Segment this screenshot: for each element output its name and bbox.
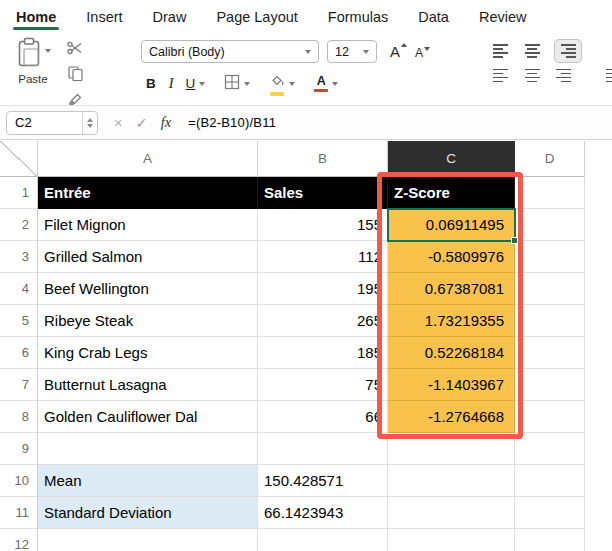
underline-button[interactable]: U bbox=[186, 76, 196, 91]
paste-button[interactable]: Paste bbox=[10, 37, 56, 85]
cell-C6[interactable]: 0.52268184 bbox=[388, 337, 515, 369]
insert-function-icon[interactable]: fx bbox=[161, 114, 171, 131]
cell-A7[interactable]: Butternut Lasagna bbox=[38, 369, 258, 401]
enter-check-icon[interactable]: ✓ bbox=[135, 115, 147, 131]
name-box-stepper[interactable] bbox=[82, 112, 97, 134]
tab-formulas[interactable]: Formulas bbox=[328, 9, 388, 25]
cell-D9[interactable] bbox=[515, 433, 585, 465]
column-header-C[interactable]: C bbox=[388, 141, 515, 177]
font-color-button[interactable]: A bbox=[314, 76, 338, 93]
cell-D10[interactable] bbox=[515, 465, 585, 497]
row-header-1[interactable]: 1 bbox=[0, 177, 38, 209]
copy-button[interactable] bbox=[68, 66, 83, 85]
cell-C8[interactable]: -1.2764668 bbox=[388, 401, 515, 433]
increase-font-button[interactable]: A bbox=[390, 43, 406, 60]
row-header-10[interactable]: 10 bbox=[0, 465, 38, 497]
cell-B3[interactable]: 112 bbox=[258, 241, 388, 273]
align-top-button[interactable] bbox=[493, 44, 509, 58]
fill-color-button[interactable] bbox=[269, 72, 295, 96]
cell-B2[interactable]: 155 bbox=[258, 209, 388, 241]
row-header-2[interactable]: 2 bbox=[0, 209, 38, 241]
row-header-8[interactable]: 8 bbox=[0, 401, 38, 433]
cell-B4[interactable]: 195 bbox=[258, 273, 388, 305]
name-box[interactable]: C2 bbox=[6, 111, 98, 135]
cell-D2[interactable] bbox=[515, 209, 585, 241]
cell-C9[interactable] bbox=[388, 433, 515, 465]
cell-D4[interactable] bbox=[515, 273, 585, 305]
bold-button[interactable]: B bbox=[146, 76, 156, 91]
cell-C10[interactable] bbox=[388, 465, 515, 497]
cell-B8[interactable]: 66 bbox=[258, 401, 388, 433]
cell-B6[interactable]: 185 bbox=[258, 337, 388, 369]
font-size-select[interactable]: 12 bbox=[327, 40, 377, 63]
cell-D3[interactable] bbox=[515, 241, 585, 273]
tab-insert[interactable]: Insert bbox=[86, 9, 122, 25]
cell-C4[interactable]: 0.67387081 bbox=[388, 273, 515, 305]
italic-button[interactable]: I bbox=[169, 75, 174, 92]
row-header-12[interactable]: 12 bbox=[0, 529, 38, 551]
cell-C2[interactable]: 0.06911495 bbox=[388, 209, 515, 241]
cell-C1[interactable]: Z-Score bbox=[388, 177, 515, 209]
tab-page-layout[interactable]: Page Layout bbox=[216, 9, 297, 25]
row-header-9[interactable]: 9 bbox=[0, 433, 38, 465]
cell-A2[interactable]: Filet Mignon bbox=[38, 209, 258, 241]
cell-D1[interactable] bbox=[515, 177, 585, 209]
cell-A12[interactable] bbox=[38, 529, 258, 551]
cell-B7[interactable]: 75 bbox=[258, 369, 388, 401]
cell-A4[interactable]: Beef Wellington bbox=[38, 273, 258, 305]
decrease-font-button[interactable]: A bbox=[415, 46, 429, 60]
cell-D7[interactable] bbox=[515, 369, 585, 401]
cell-A1[interactable]: Entrée bbox=[38, 177, 258, 209]
cell-B5[interactable]: 265 bbox=[258, 305, 388, 337]
cell-A3[interactable]: Grilled Salmon bbox=[38, 241, 258, 273]
row-header-3[interactable]: 3 bbox=[0, 241, 38, 273]
align-middle-button[interactable] bbox=[524, 44, 540, 58]
underline-dropdown-chevron[interactable] bbox=[199, 82, 205, 86]
merge-center-button[interactable] bbox=[606, 69, 612, 83]
stepper-up-icon[interactable] bbox=[87, 118, 93, 122]
row-header-4[interactable]: 4 bbox=[0, 273, 38, 305]
cell-C7[interactable]: -1.1403967 bbox=[388, 369, 515, 401]
align-right-button[interactable] bbox=[555, 69, 571, 83]
cell-D5[interactable] bbox=[515, 305, 585, 337]
tab-review[interactable]: Review bbox=[479, 9, 527, 25]
cell-B12[interactable] bbox=[258, 529, 388, 551]
formula-input[interactable]: =(B2-B10)/B11 bbox=[188, 115, 276, 130]
cell-B1[interactable]: Sales bbox=[258, 177, 388, 209]
cell-D8[interactable] bbox=[515, 401, 585, 433]
cell-B11[interactable]: 66.1423943 bbox=[258, 497, 388, 529]
align-center-button[interactable] bbox=[524, 69, 540, 83]
format-painter-button[interactable] bbox=[68, 92, 83, 106]
cell-A8[interactable]: Golden Cauliflower Dal bbox=[38, 401, 258, 433]
row-header-7[interactable]: 7 bbox=[0, 369, 38, 401]
align-left-button[interactable] bbox=[493, 69, 509, 83]
column-header-B[interactable]: B bbox=[258, 141, 388, 177]
row-header-11[interactable]: 11 bbox=[0, 497, 38, 529]
tab-draw[interactable]: Draw bbox=[153, 9, 187, 25]
cell-D12[interactable] bbox=[515, 529, 585, 551]
cancel-icon[interactable]: × bbox=[114, 115, 122, 131]
cell-A5[interactable]: Ribeye Steak bbox=[38, 305, 258, 337]
row-header-6[interactable]: 6 bbox=[0, 337, 38, 369]
column-header-A[interactable]: A bbox=[38, 141, 258, 177]
cut-button[interactable] bbox=[67, 41, 83, 59]
tab-data[interactable]: Data bbox=[418, 9, 449, 25]
paste-dropdown-chevron[interactable] bbox=[45, 49, 51, 53]
stepper-down-icon[interactable] bbox=[87, 124, 93, 128]
row-header-5[interactable]: 5 bbox=[0, 305, 38, 337]
align-bottom-button[interactable] bbox=[554, 39, 582, 63]
borders-button[interactable] bbox=[224, 74, 250, 94]
cell-B10[interactable]: 150.428571 bbox=[258, 465, 388, 497]
select-all-corner[interactable] bbox=[0, 141, 38, 177]
column-header-D[interactable]: D bbox=[515, 141, 585, 177]
cell-A6[interactable]: King Crab Legs bbox=[38, 337, 258, 369]
cell-C11[interactable] bbox=[388, 497, 515, 529]
cell-C5[interactable]: 1.73219355 bbox=[388, 305, 515, 337]
cell-D6[interactable] bbox=[515, 337, 585, 369]
cell-A11[interactable]: Standard Deviation bbox=[38, 497, 258, 529]
cell-C12[interactable] bbox=[388, 529, 515, 551]
cell-D11[interactable] bbox=[515, 497, 585, 529]
cell-C3[interactable]: -0.5809976 bbox=[388, 241, 515, 273]
cell-A9[interactable] bbox=[38, 433, 258, 465]
font-name-select[interactable]: Calibri (Body) bbox=[141, 40, 319, 63]
